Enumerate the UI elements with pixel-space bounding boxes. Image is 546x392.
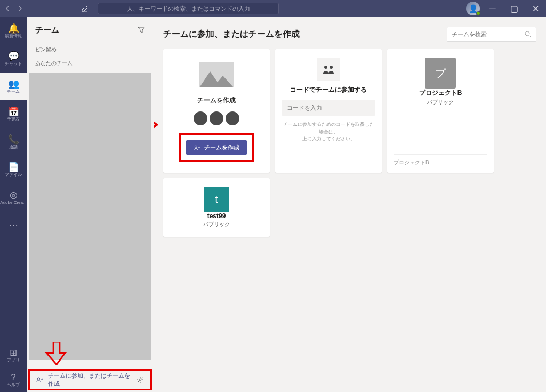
rail-calls[interactable]: 📞 通話 [0,128,27,156]
people-add-icon [36,377,44,383]
callout-arrow-right [154,113,158,137]
svg-point-6 [330,66,333,69]
filter-button[interactable] [138,26,145,34]
apps-icon: ⊞ [10,348,17,357]
teams-list-empty [29,73,151,360]
search-placeholder-text: 人、キーワードの検索、またはコマンドの入力 [127,5,250,13]
svg-point-4 [195,146,197,148]
panel-title: チーム [35,25,59,35]
page-title: チームに参加、またはチームを作成 [163,29,300,40]
create-card-title: チームを作成 [197,96,236,105]
svg-point-2 [525,31,529,36]
window-minimize-button[interactable]: ─ [482,0,503,17]
presence-indicator [476,11,480,15]
window-maximize-button[interactable]: ▢ [503,0,525,17]
join-create-label: チームに参加、またはチームを作成 [48,372,132,388]
rail-teams[interactable]: 👥 チーム [0,73,27,100]
rail-files[interactable]: 📄 ファイル [0,156,27,183]
global-search-input[interactable]: 人、キーワードの検索、またはコマンドの入力 [98,3,279,14]
create-team-button[interactable]: チームを作成 [186,140,247,155]
profile-avatar[interactable]: 👤 [466,2,480,15]
calendar-icon: 📅 [8,107,19,116]
main-content: チームに参加、またはチームを作成 チームを検索 チームを作成 チームを作成 [154,17,546,392]
window-close-button[interactable]: ✕ [525,0,546,17]
team-search-placeholder: チームを検索 [452,30,487,38]
team-avatar: t [204,187,229,212]
svg-point-5 [324,66,327,69]
phone-icon: 📞 [8,135,19,144]
help-icon: ? [11,373,15,382]
team-code-input[interactable] [282,100,375,116]
team-card-desc: プロジェクトB [394,154,487,166]
code-card-thumb [317,58,340,81]
team-avatar: プ [425,58,456,89]
team-card-project-b[interactable]: プ プロジェクトB パブリック プロジェクトB [387,49,494,173]
teams-list-panel: チーム ピン留め あなたのチーム チームに参加、またはチームを作成 [27,17,154,392]
settings-button[interactable] [136,376,144,383]
bell-icon: 🔔 [8,24,19,33]
team-search-input[interactable]: チームを検索 [447,27,536,42]
chat-icon: 💬 [8,52,19,61]
svg-point-1 [139,379,141,381]
gear-icon [136,376,144,383]
create-team-card: チームを作成 チームを作成 [163,49,270,173]
nav-back-button[interactable] [5,6,11,11]
callout-arrow-down [43,342,70,365]
code-card-title: コードでチームに参加する [290,85,367,94]
your-teams-section-label[interactable]: あなたのチーム [27,57,154,70]
more-icon: ⋯ [9,221,18,230]
teams-icon: 👥 [8,79,19,89]
rail-chat[interactable]: 💬 チャット [0,45,27,73]
svg-point-0 [37,378,39,380]
people-add-icon [194,145,201,151]
avatar-placeholders [194,111,239,125]
rail-activity[interactable]: 🔔 最新情報 [0,17,27,45]
team-card-name: プロジェクトB [419,89,462,98]
rail-calendar[interactable]: 📅 予定表 [0,100,27,128]
join-with-code-card: コードでチームに参加する チームに参加するためのコードを取得した場合は、 上に入… [275,49,382,173]
team-card-type: パブリック [203,221,230,228]
create-team-thumb [199,58,234,92]
rail-help[interactable]: ? ヘルプ [0,367,27,392]
team-card-test99[interactable]: t test99 パブリック [163,178,270,237]
rail-more[interactable]: ⋯ [0,211,27,239]
nav-forward-button[interactable] [17,6,22,11]
adobe-icon: ◎ [10,190,18,199]
title-bar: 人、キーワードの検索、またはコマンドの入力 👤 ─ ▢ ✕ [0,0,546,17]
app-rail: 🔔 最新情報 💬 チャット 👥 チーム 📅 予定表 📞 通話 📄 ファイル ◎ … [0,17,27,392]
team-card-type: パブリック [427,99,454,106]
file-icon: 📄 [8,163,19,172]
rail-apps[interactable]: ⊞ アプリ [0,343,27,367]
code-hint-text: チームに参加するためのコードを取得した場合は、 上に入力してください。 [282,121,375,143]
search-icon [525,31,532,38]
compose-button[interactable] [76,5,93,12]
join-create-team-link[interactable]: チームに参加、またはチームを作成 [28,369,152,390]
team-card-name: test99 [207,212,226,220]
pinned-section-label[interactable]: ピン留め [27,43,154,57]
rail-adobe[interactable]: ◎ Adobe Crea... [0,183,27,211]
